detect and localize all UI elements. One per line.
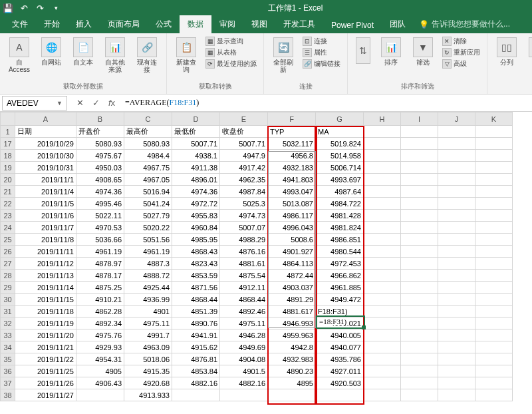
cell[interactable] [438, 186, 475, 198]
cell[interactable]: TYP [268, 126, 316, 138]
cell[interactable]: 4981.428 [316, 210, 364, 222]
row-header[interactable]: 26 [1, 246, 15, 258]
row-header[interactable]: 30 [1, 294, 15, 306]
tab-team[interactable]: 团队 [382, 15, 414, 33]
cell[interactable] [475, 306, 513, 317]
cell[interactable] [475, 126, 513, 138]
col-header[interactable]: A [15, 112, 76, 126]
cell[interactable]: 4872.44 [268, 270, 316, 282]
col-header[interactable]: B [76, 112, 124, 126]
table-row[interactable]: 182019/10/304975.674984.44938.14947.9495… [1, 150, 513, 162]
cell[interactable]: 4853.84 [172, 365, 220, 377]
name-box[interactable]: AVEDEV ▼ [2, 96, 67, 110]
cell[interactable]: 4868.44 [220, 294, 268, 306]
cell[interactable]: 2019/11/19 [15, 317, 76, 329]
cell[interactable] [364, 317, 401, 329]
cell[interactable]: 2019/11/5 [15, 198, 76, 210]
table-row[interactable]: 272019/11/124878.974887.34823.434881.614… [1, 258, 513, 270]
cell[interactable]: 4974.36 [76, 186, 124, 198]
cell[interactable]: 4974.73 [220, 210, 268, 222]
cell[interactable]: 4984.4 [124, 150, 172, 162]
cell[interactable]: 4942.8 [268, 341, 316, 353]
table-row[interactable]: 352019/11/224954.315018.064876.814904.08… [1, 353, 513, 365]
cell[interactable]: 4868.44 [172, 294, 220, 306]
new-query-button[interactable]: 📋新建查询 [172, 36, 200, 75]
cell[interactable]: 4913.933 [124, 389, 172, 401]
cell[interactable] [401, 162, 438, 174]
cell[interactable] [316, 389, 364, 401]
cell[interactable]: 4882.16 [172, 377, 220, 389]
cell[interactable]: 4975.11 [124, 317, 172, 329]
cell[interactable] [438, 126, 475, 138]
table-row[interactable]: 202019/11/14908.654967.054896.014962.354… [1, 174, 513, 186]
cell[interactable]: 5041.24 [124, 198, 172, 210]
cell[interactable] [438, 270, 475, 282]
cell[interactable] [438, 198, 475, 210]
cell[interactable]: 2019/11/22 [15, 353, 76, 365]
cell[interactable]: MA [316, 126, 364, 138]
cell[interactable] [364, 341, 401, 353]
cell[interactable]: 2019/11/13 [15, 270, 76, 282]
cell[interactable] [438, 365, 475, 377]
cell[interactable] [475, 138, 513, 150]
undo-icon[interactable]: ↶ [19, 3, 29, 13]
cell[interactable] [364, 174, 401, 186]
cell[interactable]: 最高价 [124, 126, 172, 138]
cell[interactable]: 4967.05 [124, 174, 172, 186]
cell[interactable] [475, 377, 513, 389]
cell[interactable]: 2019/11/1 [15, 174, 76, 186]
cell[interactable]: 4908.65 [76, 174, 124, 186]
cell[interactable]: 4938.1 [172, 150, 220, 162]
cell[interactable] [438, 162, 475, 174]
cell[interactable] [364, 234, 401, 246]
tab-file[interactable]: 文件 [4, 15, 36, 33]
cell[interactable]: 4985.95 [172, 234, 220, 246]
cell[interactable]: 4920.68 [124, 377, 172, 389]
cell[interactable] [364, 353, 401, 365]
cell[interactable] [475, 317, 513, 329]
tab-review[interactable]: 审阅 [211, 15, 243, 33]
table-row[interactable]: 332019/11/204975.764991.74941.914946.284… [1, 329, 513, 341]
table-row[interactable]: 282019/11/134878.174888.724853.594875.54… [1, 270, 513, 282]
cell[interactable]: 4906.43 [76, 377, 124, 389]
table-row[interactable]: 262019/11/114961.194961.194868.434876.16… [1, 246, 513, 258]
cell[interactable]: 4946.28 [220, 329, 268, 341]
cell[interactable] [475, 222, 513, 234]
tab-view[interactable]: 视图 [243, 15, 275, 33]
cell[interactable] [401, 258, 438, 270]
cell[interactable] [401, 365, 438, 377]
cell[interactable] [401, 282, 438, 294]
cell[interactable] [438, 150, 475, 162]
cell[interactable] [364, 282, 401, 294]
cell[interactable]: 4881.61 [220, 258, 268, 270]
cell[interactable]: 5016.94 [124, 186, 172, 198]
cell[interactable]: 4917.42 [220, 162, 268, 174]
cell[interactable]: 4868.43 [172, 246, 220, 258]
cell[interactable]: 2019/11/12 [15, 258, 76, 270]
cell[interactable]: 4911.38 [172, 162, 220, 174]
row-header[interactable]: 18 [1, 150, 15, 162]
row-header[interactable]: 22 [1, 198, 15, 210]
cell[interactable]: 4851.39 [172, 306, 220, 317]
cell[interactable]: 4878.97 [76, 258, 124, 270]
cell[interactable]: 4887.3 [124, 258, 172, 270]
cell[interactable] [401, 174, 438, 186]
tab-data[interactable]: 数据 [180, 15, 211, 33]
row-header[interactable]: 23 [1, 210, 15, 222]
cell[interactable]: 4960.84 [172, 222, 220, 234]
cell[interactable]: 4967.75 [124, 162, 172, 174]
col-header[interactable]: K [475, 112, 513, 126]
cell[interactable]: 2019/10/30 [15, 150, 76, 162]
cell[interactable] [438, 294, 475, 306]
table-row[interactable]: 212019/11/44974.365016.944974.364987.844… [1, 186, 513, 198]
cell[interactable]: 4995.46 [76, 198, 124, 210]
table-row[interactable]: 1 日期 开盘价 最高价 最低价 收盘价 TYP MA [1, 126, 513, 138]
cell[interactable]: 日期 [15, 126, 76, 138]
col-header[interactable]: F [268, 112, 316, 126]
cell[interactable]: 4950.03 [76, 162, 124, 174]
flash-fill-button[interactable]: ⚡快 [525, 36, 532, 67]
cell[interactable]: 5051.56 [124, 234, 172, 246]
show-queries-button[interactable]: ▦显示查询 [204, 36, 258, 47]
cell[interactable]: 4901.5 [220, 365, 268, 377]
cell[interactable] [364, 162, 401, 174]
